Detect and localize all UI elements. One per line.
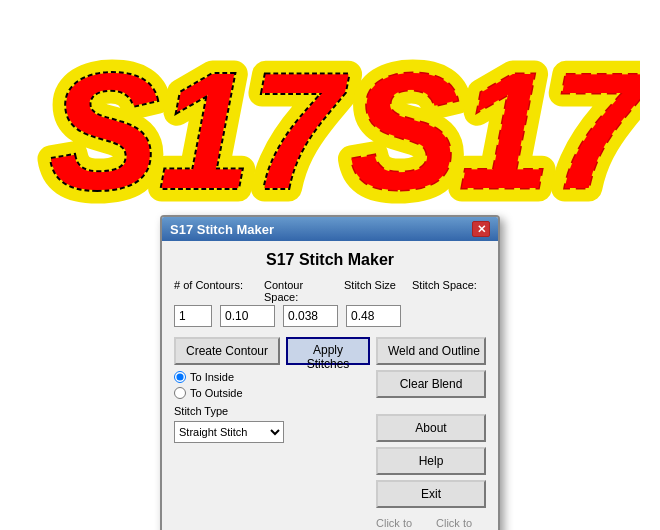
dialog-overlay: S17 Stitch Maker ✕ S17 Stitch Maker # of… [160, 215, 500, 530]
contour-space-input[interactable] [220, 305, 275, 327]
help-button[interactable]: Help [376, 447, 486, 475]
main-controls: Create Contour Apply Stitches To Inside … [174, 337, 486, 530]
to-outside-row: To Outside [174, 387, 370, 399]
dialog-heading: S17 Stitch Maker [174, 251, 486, 269]
banner-svg: S17 S17 S17 S17 S17 S17 S17 [20, 0, 640, 220]
to-outside-label: To Outside [190, 387, 243, 399]
contours-input[interactable] [174, 305, 212, 327]
svg-text:S17: S17 [49, 39, 349, 221]
stitch-space-label: Stitch Space: [412, 279, 477, 303]
stitch-type-text: Stitch Type [174, 405, 370, 417]
svg-text:S17: S17 [349, 39, 640, 221]
apply-stitches-button[interactable]: Apply Stitches [286, 337, 370, 365]
to-outside-radio[interactable] [174, 387, 186, 399]
exit-button[interactable]: Exit [376, 480, 486, 508]
stitch-type-select[interactable]: Straight Stitch Satin Stitch Fill Stitch [174, 421, 284, 443]
dialog-window: S17 Stitch Maker ✕ S17 Stitch Maker # of… [160, 215, 500, 530]
to-inside-row: To Inside [174, 371, 370, 383]
clear-blend-button[interactable]: Clear Blend [376, 370, 486, 398]
to-inside-radio[interactable] [174, 371, 186, 383]
right-column: Weld and Outline Clear Blend About Help … [376, 337, 486, 530]
to-inside-label: To Inside [190, 371, 234, 383]
click-to-undo[interactable]: Click to Undo [376, 517, 426, 530]
close-button[interactable]: ✕ [472, 221, 490, 237]
banner: S17 S17 S17 S17 S17 S17 S17 [0, 0, 660, 220]
contours-label: # of Contours: [174, 279, 256, 303]
button-row-1: Create Contour Apply Stitches [174, 337, 370, 365]
click-to-redo[interactable]: Click to Redo [436, 517, 486, 530]
param-labels: # of Contours: Contour Space: Stitch Siz… [174, 279, 486, 303]
left-column: Create Contour Apply Stitches To Inside … [174, 337, 370, 530]
undo-redo-row: Click to Undo Click to Redo [376, 517, 486, 530]
stitch-space-input[interactable] [346, 305, 401, 327]
stitch-type-row: Straight Stitch Satin Stitch Fill Stitch [174, 421, 370, 443]
dialog-title: S17 Stitch Maker [170, 222, 274, 237]
param-inputs [174, 305, 486, 327]
about-button[interactable]: About [376, 414, 486, 442]
create-contour-button[interactable]: Create Contour [174, 337, 280, 365]
weld-outline-button[interactable]: Weld and Outline [376, 337, 486, 365]
stitch-size-label: Stitch Size [344, 279, 404, 303]
dialog-titlebar: S17 Stitch Maker ✕ [162, 217, 498, 241]
radio-section: To Inside To Outside Stitch Type [174, 371, 370, 417]
dialog-body: S17 Stitch Maker # of Contours: Contour … [162, 241, 498, 530]
contour-space-label: Contour Space: [264, 279, 336, 303]
stitch-size-input[interactable] [283, 305, 338, 327]
